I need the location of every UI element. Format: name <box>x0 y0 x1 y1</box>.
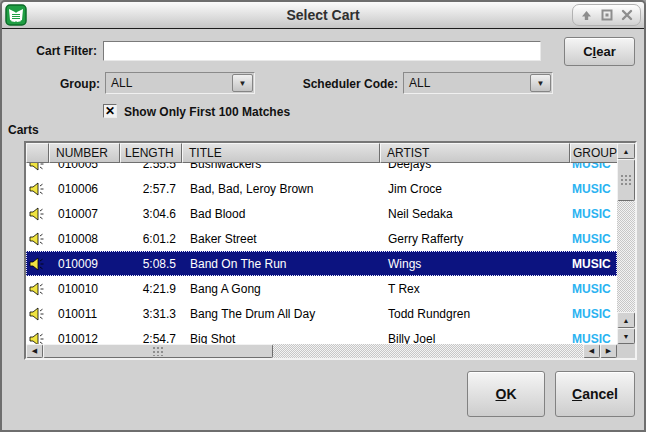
vertical-scrollbar[interactable]: ▲ ▲ ▼ <box>617 143 635 344</box>
cell-length: 4:21.9 <box>120 282 182 296</box>
scheduler-combobox-value: ALL <box>404 76 530 90</box>
scrollbar-corner <box>617 344 635 358</box>
scroll-down-button[interactable]: ▼ <box>617 328 635 344</box>
chevron-down-icon[interactable]: ▼ <box>530 74 551 92</box>
column-header-group[interactable]: GROUP <box>570 143 617 163</box>
cart-row[interactable]: 010009 5:08.5 Band On The Run Wings MUSI… <box>26 251 617 276</box>
cart-list-header: NUMBER LENGTH TITLE ARTIST GROUP <box>26 143 617 163</box>
cell-artist: Wings <box>380 257 570 271</box>
cell-title: Bad, Bad, Leroy Brown <box>182 182 380 196</box>
chevron-down-icon[interactable]: ▼ <box>232 74 253 92</box>
cell-artist: Billy Joel <box>380 332 570 345</box>
scroll-up-button[interactable]: ▲ <box>617 143 635 159</box>
cell-number: 010010 <box>49 282 120 296</box>
cart-filter-input[interactable] <box>103 41 541 61</box>
cart-row[interactable]: 010008 6:01.2 Baker Street Gerry Raffert… <box>26 226 617 251</box>
cell-group: MUSIC <box>570 163 617 171</box>
show-only-label: Show Only First 100 Matches <box>124 105 290 119</box>
cell-artist: Todd Rundgren <box>380 307 570 321</box>
cancel-button-label: Cancel <box>572 386 618 402</box>
cart-row[interactable]: 010006 2:57.7 Bad, Bad, Leroy Brown Jim … <box>26 176 617 201</box>
carts-section-label: Carts <box>8 123 39 137</box>
cart-list: NUMBER LENGTH TITLE ARTIST GROUP <box>24 141 637 360</box>
speaker-icon <box>26 232 49 246</box>
window-controls <box>572 4 641 26</box>
ok-button[interactable]: OK <box>467 371 545 417</box>
column-header-number[interactable]: NUMBER <box>49 143 120 163</box>
scroll-left-button[interactable]: ◀ <box>26 344 43 358</box>
cell-title: Band On The Run <box>182 257 380 271</box>
cell-number: 010007 <box>49 207 120 221</box>
close-icon <box>621 9 633 21</box>
close-window-button[interactable] <box>618 7 635 24</box>
cell-artist: Gerry Rafferty <box>380 232 570 246</box>
scroll-right-button[interactable]: ▶ <box>600 344 617 358</box>
cell-title: Bad Blood <box>182 207 380 221</box>
cell-number: 010012 <box>49 332 120 345</box>
vertical-scrollbar-thumb[interactable] <box>617 159 635 201</box>
cell-title: Bang The Drum All Day <box>182 307 380 321</box>
cell-length: 3:04.6 <box>120 207 182 221</box>
scheduler-code-combobox[interactable]: ALL ▼ <box>403 72 553 94</box>
speaker-icon <box>26 332 49 345</box>
shade-window-button[interactable] <box>578 7 595 24</box>
cancel-button[interactable]: Cancel <box>555 371 635 417</box>
cell-length: 2:55.5 <box>120 163 182 171</box>
show-only-checkbox[interactable]: ✕ <box>103 104 117 118</box>
clear-button[interactable]: Clear <box>564 37 635 66</box>
group-combobox-value: ALL <box>106 76 232 90</box>
titlebar[interactable]: Select Cart <box>2 2 644 29</box>
cart-row[interactable]: 010012 2:54.7 Big Shot Billy Joel MUSIC <box>26 326 617 344</box>
column-header-title[interactable]: TITLE <box>182 143 380 163</box>
cart-row[interactable]: 010010 4:21.9 Bang A Gong T Rex MUSIC <box>26 276 617 301</box>
window-title: Select Cart <box>2 7 644 23</box>
cell-group: MUSIC <box>570 257 617 271</box>
cell-artist: Deejays <box>380 163 570 171</box>
cell-number: 010006 <box>49 182 120 196</box>
cell-length: 2:57.7 <box>120 182 182 196</box>
cell-title: Baker Street <box>182 232 380 246</box>
cell-number: 010009 <box>49 257 120 271</box>
speaker-icon <box>26 307 49 321</box>
column-header-length[interactable]: LENGTH <box>120 143 182 163</box>
cart-filter-label: Cart Filter: <box>2 44 97 58</box>
cell-length: 6:01.2 <box>120 232 182 246</box>
dialog-content: Cart Filter: Clear Group: ALL ▼ Schedule… <box>2 29 644 432</box>
column-header-icon[interactable] <box>26 143 49 163</box>
clear-button-label: Clear <box>583 44 616 59</box>
cell-group: MUSIC <box>570 282 617 296</box>
cart-rows-viewport: 010005 2:55.5 Bushwackers Deejays MUSIC <box>26 163 617 344</box>
cell-artist: T Rex <box>380 282 570 296</box>
cart-rows: 010005 2:55.5 Bushwackers Deejays MUSIC <box>26 163 617 344</box>
cell-artist: Jim Croce <box>380 182 570 196</box>
cell-number: 010005 <box>49 163 120 171</box>
speaker-icon <box>26 163 49 171</box>
column-header-artist[interactable]: ARTIST <box>380 143 570 163</box>
speaker-icon <box>26 257 49 271</box>
up-arrow-icon <box>580 9 593 22</box>
select-cart-dialog: Select Cart Cart Filter: <box>0 0 646 432</box>
cell-length: 3:31.3 <box>120 307 182 321</box>
horizontal-scrollbar[interactable]: ◀ ◀ ▶ <box>26 344 617 358</box>
maximize-window-button[interactable] <box>598 7 615 24</box>
cell-number: 010008 <box>49 232 120 246</box>
cell-group: MUSIC <box>570 332 617 345</box>
cart-row[interactable]: 010007 3:04.6 Bad Blood Neil Sedaka MUSI… <box>26 201 617 226</box>
speaker-icon <box>26 207 49 221</box>
thumb-grip <box>152 346 165 356</box>
horizontal-scrollbar-track[interactable] <box>273 344 583 358</box>
horizontal-scrollbar-thumb[interactable] <box>43 344 273 358</box>
cell-number: 010011 <box>49 307 120 321</box>
maximize-icon <box>601 9 613 21</box>
group-combobox[interactable]: ALL ▼ <box>105 72 255 94</box>
vertical-scrollbar-track[interactable] <box>617 201 635 312</box>
group-label: Group: <box>2 77 100 91</box>
cell-title: Bushwackers <box>182 163 380 171</box>
cart-row[interactable]: 010011 3:31.3 Bang The Drum All Day Todd… <box>26 301 617 326</box>
scroll-left-button-right[interactable]: ◀ <box>583 344 600 358</box>
cell-length: 2:54.7 <box>120 332 182 345</box>
cart-row[interactable]: 010005 2:55.5 Bushwackers Deejays MUSIC <box>26 163 617 176</box>
scroll-up-button-bottom[interactable]: ▲ <box>617 312 635 328</box>
thumb-grip <box>620 174 633 187</box>
scheduler-code-label: Scheduler Code: <box>282 77 398 91</box>
